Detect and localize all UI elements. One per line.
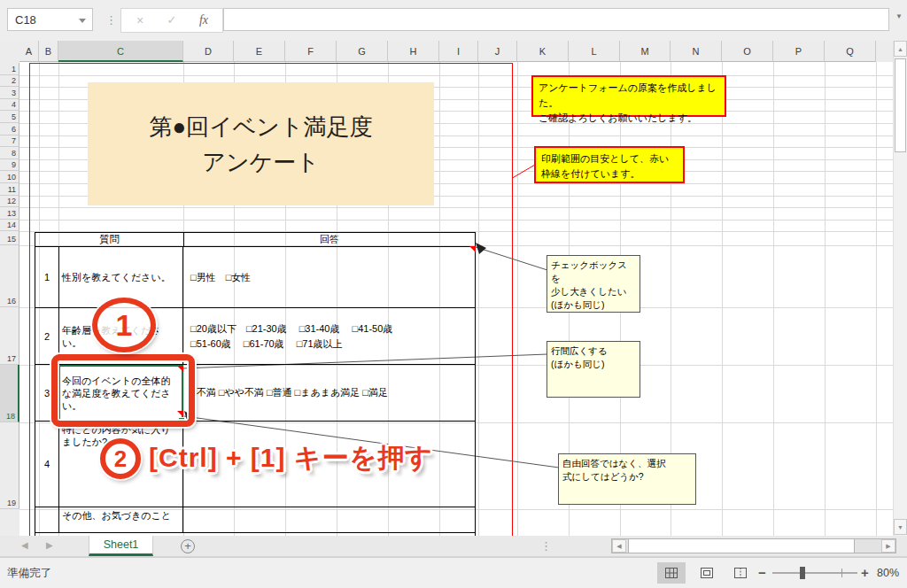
column-header-A[interactable]: A bbox=[19, 41, 39, 62]
column-header-G[interactable]: G bbox=[337, 41, 388, 62]
page-break-icon bbox=[734, 568, 747, 578]
view-normal-button[interactable] bbox=[657, 562, 686, 584]
row-header-9[interactable]: 9 bbox=[0, 159, 19, 172]
question-cell[interactable]: その他、お気づきのこと bbox=[59, 507, 183, 532]
zoom-slider-tick bbox=[841, 569, 842, 577]
annotation-highlight-box bbox=[51, 354, 195, 427]
separator-dots-icon: ⋮ bbox=[105, 14, 117, 26]
horizontal-scroll-thumb[interactable] bbox=[628, 539, 855, 553]
row-header-11[interactable]: 11 bbox=[0, 183, 19, 196]
enter-icon[interactable]: ✓ bbox=[159, 9, 185, 32]
annotation-step2-circle: 2 bbox=[100, 438, 141, 479]
row-header-19[interactable]: 19 bbox=[0, 422, 19, 509]
answer-cell[interactable] bbox=[183, 507, 475, 532]
view-page-layout-button[interactable] bbox=[693, 562, 721, 584]
question-number-cell[interactable]: 1 bbox=[35, 247, 59, 307]
column-header-Q[interactable]: Q bbox=[825, 41, 876, 62]
column-header-H[interactable]: H bbox=[388, 41, 439, 62]
zoom-slider-thumb[interactable] bbox=[800, 567, 805, 579]
row-header-16[interactable]: 16 bbox=[0, 245, 19, 307]
column-header-M[interactable]: M bbox=[620, 41, 671, 62]
formula-input[interactable] bbox=[223, 8, 889, 31]
horizontal-scrollbar[interactable]: ◀ ▶ bbox=[611, 538, 896, 553]
column-header-C[interactable]: C bbox=[58, 41, 183, 62]
zoom-in-icon[interactable]: + bbox=[861, 565, 869, 580]
row-header-14[interactable]: 14 bbox=[0, 220, 19, 232]
scroll-up-icon[interactable]: ▲ bbox=[894, 41, 907, 57]
answer-cell[interactable]: □20歳以下 □21-30歳 □31-40歳 □41-50歳□51-60歳 □6… bbox=[183, 308, 475, 364]
comment-line-spacing[interactable]: 行間広くする (ほかも同じ) bbox=[547, 341, 640, 398]
row-header-8[interactable]: 8 bbox=[0, 147, 19, 159]
name-box-value: C18 bbox=[15, 13, 36, 27]
sheet-nav-right-icon[interactable]: ▶ bbox=[46, 540, 53, 550]
status-bar: 準備完了 − + 80% bbox=[0, 557, 907, 588]
scroll-right-icon[interactable]: ▶ bbox=[881, 539, 895, 553]
comment-checkbox-size[interactable]: チェックボックスを 少し大きくしたい (ほかも同じ) bbox=[547, 255, 640, 313]
normal-view-icon bbox=[665, 568, 678, 578]
answer-cell[interactable]: □不満 □やや不満 □普通 □まあまあ満足 □満足 bbox=[183, 365, 475, 421]
answer-options-line: □不満 □やや不満 □普通 □まあまあ満足 □満足 bbox=[190, 385, 468, 400]
scroll-left-icon[interactable]: ◀ bbox=[612, 539, 626, 553]
survey-title-block[interactable]: 第●回イベント満足度 アンケート bbox=[88, 82, 434, 205]
row-header-5[interactable]: 5 bbox=[0, 111, 19, 123]
sheet-tab-strip: ◀ ▶ Sheet1 + ⋮ ◀ ▶ bbox=[0, 536, 907, 557]
question-number-cell[interactable] bbox=[35, 507, 59, 532]
row-header-13[interactable]: 13 bbox=[0, 207, 19, 220]
step1-number: 1 bbox=[116, 308, 133, 343]
row-header-17[interactable]: 17 bbox=[0, 307, 19, 365]
vertical-scroll-thumb[interactable] bbox=[895, 58, 906, 152]
row-header-1[interactable]: 1 bbox=[0, 63, 19, 75]
survey-table-header: 質問 回答 bbox=[35, 233, 475, 247]
step2-number: 2 bbox=[114, 445, 127, 473]
column-header-B[interactable]: B bbox=[39, 41, 58, 62]
row-header-4[interactable]: 4 bbox=[0, 99, 19, 112]
answer-cell[interactable]: □男性 □女性 bbox=[183, 247, 475, 307]
column-header-O[interactable]: O bbox=[722, 41, 773, 62]
row-header-10[interactable]: 10 bbox=[0, 171, 19, 183]
zoom-out-icon[interactable]: − bbox=[758, 565, 766, 580]
comment-free-answer[interactable]: 自由回答ではなく、選択 式にしてはどうか? bbox=[558, 453, 696, 505]
insert-function-icon[interactable]: fx bbox=[190, 9, 217, 32]
question-number-cell[interactable]: 4 bbox=[35, 422, 59, 507]
zoom-level-label[interactable]: 80% bbox=[877, 558, 899, 588]
column-header-P[interactable]: P bbox=[773, 41, 825, 62]
column-header-L[interactable]: L bbox=[569, 41, 620, 62]
cancel-icon[interactable]: × bbox=[127, 9, 153, 32]
row-header-18[interactable]: 18 bbox=[0, 365, 19, 422]
add-sheet-button[interactable]: + bbox=[181, 539, 195, 553]
sticky-note-print-area[interactable]: 印刷範囲の目安として、赤い枠線を付けています。 bbox=[534, 146, 685, 183]
row-header-15[interactable]: 15 bbox=[0, 231, 19, 245]
name-box[interactable]: C18 bbox=[7, 8, 93, 31]
formula-bar-expand-icon[interactable]: ▼ bbox=[893, 12, 905, 27]
sticky-note-proposal[interactable]: アンケートフォームの原案を作成しました。 ご確認よろしくお願いいたします。 bbox=[531, 75, 726, 117]
survey-title-line1: 第●回イベント満足度 bbox=[88, 109, 434, 144]
name-box-dropdown-icon[interactable] bbox=[79, 19, 86, 23]
column-header-K[interactable]: K bbox=[517, 41, 569, 62]
column-header-I[interactable]: I bbox=[439, 41, 478, 62]
row-header-12[interactable]: 12 bbox=[0, 196, 19, 208]
sheet-content: 第●回イベント満足度 アンケート アンケートフォームの原案を作成しました。 ご確… bbox=[19, 62, 893, 536]
row-header-7[interactable]: 7 bbox=[0, 135, 19, 148]
column-header-E[interactable]: E bbox=[234, 41, 285, 62]
view-page-break-button[interactable] bbox=[726, 562, 755, 584]
column-header-J[interactable]: J bbox=[478, 41, 517, 62]
column-header-F[interactable]: F bbox=[285, 41, 337, 62]
row-header-6[interactable]: 6 bbox=[0, 123, 19, 135]
column-headers: ABCDEFGHIJKLMNOPQ bbox=[0, 41, 893, 62]
sheet-nav-left-icon[interactable]: ◀ bbox=[21, 540, 28, 550]
annotation-step2-text: [Ctrl] + [1] キーを押す bbox=[149, 440, 433, 476]
scroll-down-icon[interactable]: ▼ bbox=[894, 519, 907, 535]
separator-dots-icon: ⋮ bbox=[540, 540, 552, 552]
formula-buttons: × ✓ fx bbox=[120, 8, 223, 33]
zoom-slider-track[interactable] bbox=[772, 572, 857, 574]
formula-bar-strip: C18 ⋮ × ✓ fx ▼ bbox=[0, 0, 907, 42]
vertical-scrollbar[interactable]: ▲ ▼ bbox=[893, 41, 907, 536]
column-header-D[interactable]: D bbox=[183, 41, 234, 62]
answer-options-line: □20歳以下 □21-30歳 □31-40歳 □41-50歳 bbox=[190, 321, 468, 337]
row-header-2[interactable]: 2 bbox=[0, 75, 19, 88]
column-header-N[interactable]: N bbox=[671, 41, 722, 62]
answer-options-line: □51-60歳 □61-70歳 □71歳以上 bbox=[190, 337, 468, 352]
question-column-header: 質問 bbox=[35, 233, 184, 246]
row-header-3[interactable]: 3 bbox=[0, 87, 19, 99]
sheet-tab-sheet1[interactable]: Sheet1 bbox=[89, 536, 153, 556]
